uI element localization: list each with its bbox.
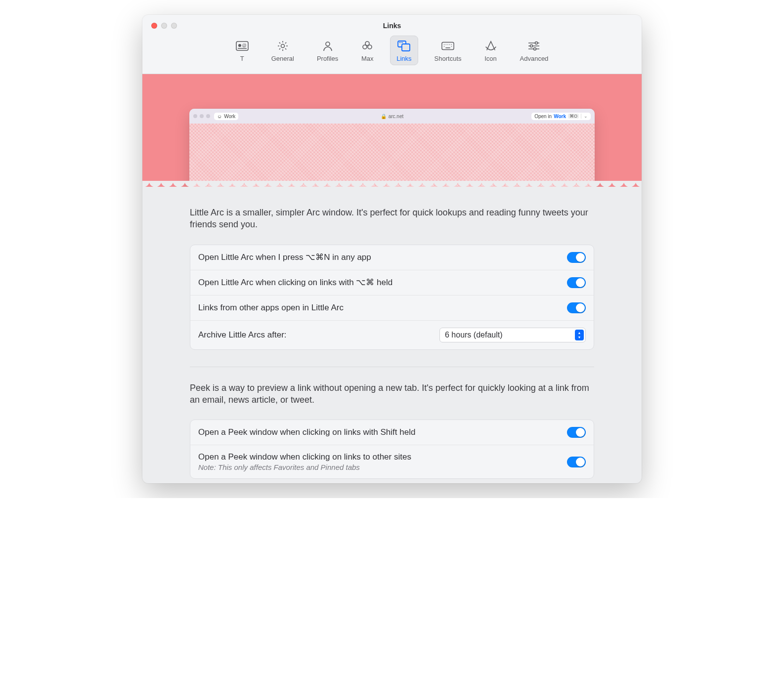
tab-profiles[interactable]: Profiles (310, 36, 345, 65)
row-label: Archive Little Arcs after: (198, 330, 287, 340)
toggle-open-little-arc-click[interactable] (567, 277, 586, 288)
toggle-peek-shift[interactable] (567, 427, 586, 438)
tab-label: General (271, 55, 294, 62)
gear-icon (276, 40, 289, 52)
svg-point-28 (534, 48, 536, 50)
svg-point-19 (451, 44, 452, 44)
tab-shortcuts[interactable]: Shortcuts (428, 36, 468, 65)
row-note: Note: This only affects Favorites and Pi… (198, 463, 411, 471)
mini-profile-label: Work (224, 114, 235, 119)
tab-general[interactable]: General (265, 36, 301, 65)
mini-open-profile: Work (554, 114, 566, 119)
keyboard-icon (441, 40, 454, 52)
mini-titlebar: ☺ Work 🔒 arc.net Open in Work ⌘O ⌄ (189, 109, 595, 124)
row-label: Open a Peek window when clicking on link… (198, 452, 411, 462)
svg-point-17 (447, 44, 448, 44)
svg-point-27 (530, 45, 533, 47)
preferences-window: Links @ T (142, 15, 642, 483)
tab-label: Profiles (317, 55, 338, 62)
svg-point-8 (368, 45, 372, 49)
mini-profile-badge: ☺ Work (214, 113, 238, 120)
hero-preview: ☺ Work 🔒 arc.net Open in Work ⌘O ⌄ (142, 74, 642, 187)
lock-icon: 🔒 (381, 114, 387, 119)
mini-url-text: arc.net (389, 114, 404, 119)
window-title: Links (142, 22, 642, 30)
svg-point-5 (326, 42, 330, 46)
mini-traffic-lights (193, 114, 210, 118)
svg-point-20 (444, 46, 444, 46)
badge-icon: @ (236, 40, 249, 52)
mini-body (189, 124, 595, 187)
row-label: Open Little Arc when I press ⌥⌘N in any … (198, 252, 371, 262)
little-arc-description: Little Arc is a smaller, simpler Arc win… (190, 207, 594, 231)
tab-label: Links (396, 55, 411, 62)
row-open-little-arc-shortcut: Open Little Arc when I press ⌥⌘N in any … (190, 245, 594, 270)
tab-label: Icon (484, 55, 497, 62)
svg-point-1 (238, 44, 241, 47)
svg-rect-10 (402, 44, 410, 51)
row-peek-shift: Open a Peek window when clicking on link… (190, 420, 594, 445)
row-links-open-little-arc: Links from other apps open in Little Arc (190, 295, 594, 321)
tab-label: T (240, 55, 244, 62)
row-archive-after: Archive Little Arcs after: 6 hours (defa… (190, 321, 594, 349)
peek-description: Peek is a way to preview a link without … (190, 382, 594, 406)
row-label: Links from other apps open in Little Arc (198, 303, 344, 313)
tab-max[interactable]: Max (354, 36, 380, 65)
mini-open-shortcut: ⌘O (568, 114, 579, 119)
svg-point-26 (535, 42, 538, 44)
svg-point-7 (363, 45, 367, 49)
tab-advanced[interactable]: Advanced (514, 36, 555, 65)
svg-rect-14 (442, 42, 454, 50)
tab-label: Max (361, 55, 374, 62)
svg-point-16 (446, 44, 446, 44)
chevron-down-icon: ⌄ (581, 114, 588, 119)
mini-open-in-button: Open in Work ⌘O ⌄ (531, 113, 591, 120)
section-divider (190, 367, 594, 367)
tab-label: Shortcuts (435, 55, 462, 62)
archive-after-select[interactable]: 6 hours (default) ▲▼ (439, 328, 586, 342)
tab-t[interactable]: @ T (229, 36, 255, 65)
toolbar: @ T General (142, 36, 642, 65)
row-open-little-arc-click: Open Little Arc when clicking on links w… (190, 270, 594, 295)
svg-point-18 (449, 44, 450, 44)
sliders-icon (527, 40, 540, 52)
svg-point-4 (281, 44, 284, 48)
select-stepper-icon: ▲▼ (575, 330, 584, 340)
svg-point-12 (401, 42, 402, 43)
titlebar: Links @ T (142, 15, 642, 74)
svg-point-15 (444, 44, 444, 44)
smile-icon: ☺ (217, 114, 222, 119)
row-label: Open a Peek window when clicking on link… (198, 427, 415, 437)
svg-point-13 (402, 42, 403, 43)
tab-label: Advanced (520, 55, 549, 62)
row-peek-other-sites: Open a Peek window when clicking on link… (190, 445, 594, 478)
archive-after-value: 6 hours (default) (445, 331, 503, 339)
peek-settings-card: Open a Peek window when clicking on link… (190, 420, 594, 479)
person-icon (321, 40, 334, 52)
windows-icon (397, 40, 410, 52)
svg-point-11 (399, 42, 400, 43)
content: Little Arc is a smaller, simpler Arc win… (142, 187, 642, 479)
flower-icon (361, 40, 374, 52)
tab-icon[interactable]: Icon (478, 36, 504, 65)
arc-logo-icon (484, 40, 497, 52)
svg-text:@: @ (242, 43, 246, 48)
row-label: Open Little Arc when clicking on links w… (198, 277, 392, 288)
toggle-peek-other-sites[interactable] (567, 457, 586, 467)
mini-open-prefix: Open in (534, 114, 552, 119)
toggle-open-little-arc-shortcut[interactable] (567, 252, 586, 263)
little-arc-settings-card: Open Little Arc when I press ⌥⌘N in any … (190, 245, 594, 350)
svg-point-21 (451, 46, 452, 46)
tab-links[interactable]: Links (390, 36, 418, 65)
little-arc-preview-window: ☺ Work 🔒 arc.net Open in Work ⌘O ⌄ (189, 109, 595, 187)
toggle-links-open-little-arc[interactable] (567, 302, 586, 313)
